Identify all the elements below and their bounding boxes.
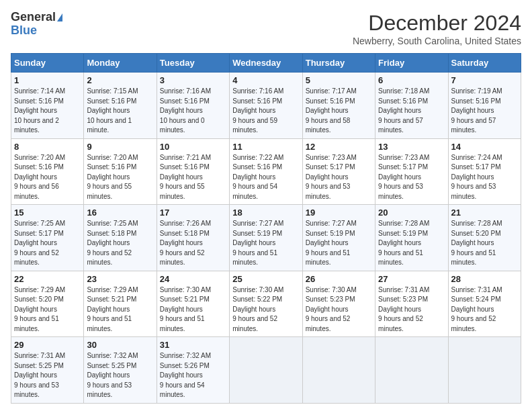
daylight-label: Daylight hours — [306, 107, 349, 114]
sunset-label: Sunset: 5:21 PM — [160, 295, 210, 303]
calendar-cell: 30 Sunrise: 7:32 AM Sunset: 5:25 PM Dayl… — [84, 337, 157, 404]
daylight-label: Daylight hours — [451, 306, 494, 313]
sunset-label: Sunset: 5:19 PM — [232, 230, 282, 237]
day-info: Sunrise: 7:16 AM Sunset: 5:16 PM Dayligh… — [232, 87, 299, 136]
sunset-label: Sunset: 5:26 PM — [160, 362, 210, 369]
daylight-value: 9 hours and 53 minutes. — [451, 183, 496, 200]
sunset-label: Sunset: 5:16 PM — [160, 163, 210, 171]
daylight-value: 9 hours and 52 minutes. — [232, 315, 277, 332]
sunrise-label: Sunrise: 7:32 AM — [160, 352, 211, 359]
day-number: 18 — [232, 208, 299, 218]
daylight-value: 9 hours and 53 minutes. — [87, 381, 132, 399]
day-number: 28 — [451, 274, 518, 284]
day-info: Sunrise: 7:18 AM Sunset: 5:16 PM Dayligh… — [378, 87, 445, 136]
day-info: Sunrise: 7:26 AM Sunset: 5:18 PM Dayligh… — [160, 219, 226, 268]
empty-cell — [230, 337, 302, 404]
day-info: Sunrise: 7:19 AM Sunset: 5:16 PM Dayligh… — [451, 87, 518, 136]
sunset-label: Sunset: 5:16 PM — [232, 97, 282, 105]
calendar-cell: 31 Sunrise: 7:32 AM Sunset: 5:26 PM Dayl… — [157, 337, 229, 404]
daylight-label: Daylight hours — [14, 371, 57, 379]
daylight-value: 9 hours and 56 minutes. — [14, 183, 59, 200]
day-number: 12 — [306, 142, 372, 152]
sunrise-label: Sunrise: 7:31 AM — [451, 286, 502, 293]
weekday-header: Sunday — [11, 54, 84, 73]
sunrise-label: Sunrise: 7:22 AM — [232, 154, 283, 161]
daylight-value: 10 hours and 2 minutes. — [14, 117, 59, 134]
sunrise-label: Sunrise: 7:25 AM — [14, 220, 65, 227]
day-info: Sunrise: 7:21 AM Sunset: 5:16 PM Dayligh… — [160, 153, 226, 202]
calendar-cell: 28 Sunrise: 7:31 AM Sunset: 5:24 PM Dayl… — [448, 271, 521, 337]
day-number: 4 — [232, 75, 299, 85]
calendar-cell: 24 Sunrise: 7:30 AM Sunset: 5:21 PM Dayl… — [157, 271, 229, 337]
day-info: Sunrise: 7:29 AM Sunset: 5:21 PM Dayligh… — [87, 285, 153, 334]
sunset-label: Sunset: 5:16 PM — [160, 97, 210, 105]
day-info: Sunrise: 7:23 AM Sunset: 5:17 PM Dayligh… — [378, 153, 445, 202]
sunrise-label: Sunrise: 7:19 AM — [451, 87, 502, 95]
day-info: Sunrise: 7:25 AM Sunset: 5:17 PM Dayligh… — [14, 219, 81, 268]
daylight-label: Daylight hours — [87, 239, 130, 246]
daylight-label: Daylight hours — [378, 306, 421, 313]
daylight-label: Daylight hours — [378, 239, 421, 246]
daylight-value: 9 hours and 51 minutes. — [306, 249, 351, 267]
daylight-label: Daylight hours — [306, 239, 349, 246]
daylight-value: 9 hours and 52 minutes. — [14, 249, 59, 267]
calendar-cell: 10 Sunrise: 7:21 AM Sunset: 5:16 PM Dayl… — [157, 138, 229, 205]
daylight-value: 9 hours and 55 minutes. — [87, 183, 132, 200]
sunrise-label: Sunrise: 7:14 AM — [14, 87, 65, 95]
day-number: 26 — [306, 274, 372, 284]
day-number: 21 — [451, 208, 518, 218]
daylight-label: Daylight hours — [378, 173, 421, 181]
daylight-value: 9 hours and 54 minutes. — [160, 381, 205, 399]
day-number: 14 — [451, 142, 518, 152]
daylight-label: Daylight hours — [378, 107, 421, 114]
sunset-label: Sunset: 5:18 PM — [160, 230, 210, 237]
calendar-cell: 29 Sunrise: 7:31 AM Sunset: 5:25 PM Dayl… — [11, 337, 84, 404]
sunset-label: Sunset: 5:16 PM — [306, 97, 355, 105]
daylight-label: Daylight hours — [160, 306, 203, 313]
daylight-value: 10 hours and 0 minutes. — [160, 117, 205, 134]
day-number: 13 — [378, 142, 445, 152]
daylight-value: 9 hours and 57 minutes. — [378, 117, 423, 134]
daylight-label: Daylight hours — [451, 107, 494, 114]
day-info: Sunrise: 7:25 AM Sunset: 5:18 PM Dayligh… — [87, 219, 153, 268]
sunrise-label: Sunrise: 7:27 AM — [232, 220, 283, 227]
day-number: 16 — [87, 208, 153, 218]
daylight-value: 9 hours and 52 minutes. — [160, 249, 205, 267]
day-info: Sunrise: 7:29 AM Sunset: 5:20 PM Dayligh… — [14, 285, 81, 334]
daylight-label: Daylight hours — [232, 306, 275, 313]
calendar-cell: 20 Sunrise: 7:28 AM Sunset: 5:19 PM Dayl… — [375, 205, 448, 271]
calendar-cell: 25 Sunrise: 7:30 AM Sunset: 5:22 PM Dayl… — [230, 271, 302, 337]
sunset-label: Sunset: 5:22 PM — [232, 295, 282, 303]
sunrise-label: Sunrise: 7:27 AM — [306, 220, 357, 227]
daylight-label: Daylight hours — [451, 239, 494, 246]
daylight-label: Daylight hours — [232, 173, 275, 181]
day-number: 20 — [378, 208, 445, 218]
calendar-cell: 11 Sunrise: 7:22 AM Sunset: 5:16 PM Dayl… — [230, 138, 302, 205]
day-number: 15 — [14, 208, 81, 218]
day-info: Sunrise: 7:24 AM Sunset: 5:17 PM Dayligh… — [451, 153, 518, 202]
empty-cell — [448, 337, 521, 404]
day-info: Sunrise: 7:32 AM Sunset: 5:26 PM Dayligh… — [160, 351, 226, 400]
sunset-label: Sunset: 5:20 PM — [451, 230, 501, 237]
daylight-value: 9 hours and 51 minutes. — [451, 249, 496, 267]
sunset-label: Sunset: 5:19 PM — [306, 230, 355, 237]
daylight-value: 9 hours and 52 minutes. — [306, 315, 351, 332]
daylight-value: 9 hours and 52 minutes. — [451, 315, 496, 332]
day-number: 22 — [14, 274, 81, 284]
daylight-value: 9 hours and 57 minutes. — [451, 117, 496, 134]
sunrise-label: Sunrise: 7:28 AM — [378, 220, 429, 227]
sunset-label: Sunset: 5:16 PM — [14, 97, 64, 105]
calendar-cell: 8 Sunrise: 7:20 AM Sunset: 5:16 PM Dayli… — [11, 138, 84, 205]
title-area: December 2024 Newberry, South Carolina, … — [353, 11, 521, 46]
sunrise-label: Sunrise: 7:20 AM — [14, 154, 65, 161]
day-number: 11 — [232, 142, 299, 152]
sunrise-label: Sunrise: 7:25 AM — [87, 220, 138, 227]
day-number: 6 — [378, 75, 445, 85]
calendar-cell: 14 Sunrise: 7:24 AM Sunset: 5:17 PM Dayl… — [448, 138, 521, 205]
day-number: 19 — [306, 208, 372, 218]
day-info: Sunrise: 7:20 AM Sunset: 5:16 PM Dayligh… — [87, 153, 153, 202]
daylight-value: 9 hours and 54 minutes. — [232, 183, 277, 200]
day-info: Sunrise: 7:30 AM Sunset: 5:23 PM Dayligh… — [306, 285, 372, 334]
daylight-value: 9 hours and 53 minutes. — [306, 183, 351, 200]
day-number: 8 — [14, 142, 81, 152]
